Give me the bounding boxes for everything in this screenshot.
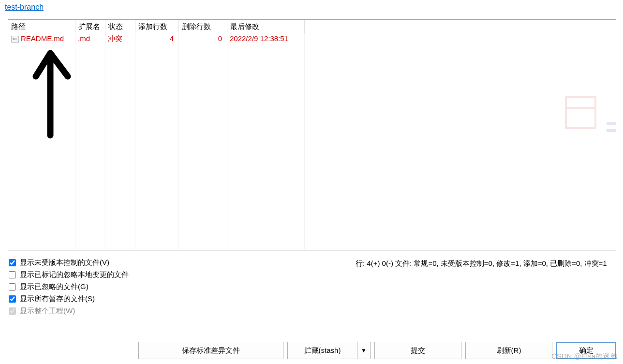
checkbox-input[interactable] (9, 295, 16, 303)
stash-dropdown-button[interactable]: ▼ (357, 342, 371, 359)
checkbox-input[interactable] (9, 259, 16, 266)
refresh-button[interactable]: 刷新(R) (465, 342, 552, 359)
cell-added: 4 (135, 33, 178, 44)
ok-button[interactable]: 确定 (556, 342, 616, 359)
branch-link[interactable]: test-branch (0, 0, 48, 14)
checkbox-show-whole-project: 显示整个工程(W) (9, 306, 202, 316)
checkbox-input[interactable] (9, 283, 16, 291)
markdown-file-icon: M↓ (11, 36, 19, 43)
checkbox-input (9, 307, 16, 315)
cell-status: 冲突 (105, 33, 135, 44)
save-diff-button[interactable]: 保存标准差异文件 (138, 342, 283, 359)
filename-text: README.md (21, 34, 64, 43)
options-panel: 显示未受版本控制的文件(V) 显示已标记的忽略本地变更的文件 显示已忽略的文件(… (9, 258, 202, 319)
button-bar: 保存标准差异文件 贮藏(stash) ▼ 提交 刷新(R) 确定 (0, 342, 616, 359)
col-header-deleted-lines[interactable]: 删除行数 (178, 20, 227, 33)
table-row[interactable]: M↓README.md .md 冲突 4 0 2022/2/9 12:38:51 (8, 33, 616, 44)
file-table: 路径 扩展名 状态 添加行数 删除行数 最后修改 M↓README.md .md… (8, 20, 616, 250)
checkbox-show-unversioned[interactable]: 显示未受版本控制的文件(V) (9, 258, 202, 267)
cell-path: M↓README.md (8, 33, 75, 44)
file-list[interactable]: 路径 扩展名 状态 添加行数 删除行数 最后修改 M↓README.md .md… (8, 19, 616, 250)
checkbox-show-marked-ignore[interactable]: 显示已标记的忽略本地变更的文件 (9, 270, 202, 279)
cell-rest (304, 33, 616, 44)
col-header-rest (304, 20, 616, 33)
stash-split-button[interactable]: 贮藏(stash) ▼ (287, 342, 371, 359)
table-header-row: 路径 扩展名 状态 添加行数 删除行数 最后修改 (8, 20, 616, 33)
col-header-added-lines[interactable]: 添加行数 (135, 20, 178, 33)
cell-ext: .md (75, 33, 105, 44)
chevron-down-icon: ▼ (361, 347, 367, 354)
checkbox-input[interactable] (9, 271, 16, 278)
checkbox-label: 显示已标记的忽略本地变更的文件 (20, 270, 129, 279)
checkbox-label: 显示未受版本控制的文件(V) (20, 258, 109, 267)
status-summary: 行: 4(+) 0(-) 文件: 常规=0, 未受版本控制=0, 修改=1, 添… (356, 258, 616, 269)
col-header-status[interactable]: 状态 (105, 20, 135, 33)
col-header-path[interactable]: 路径 (8, 20, 75, 33)
cell-deleted: 0 (178, 33, 227, 44)
checkbox-label: 显示整个工程(W) (20, 306, 75, 316)
checkbox-label: 显示已忽略的文件(G) (20, 282, 89, 291)
stash-button[interactable]: 贮藏(stash) (287, 342, 357, 359)
checkbox-show-ignored[interactable]: 显示已忽略的文件(G) (9, 282, 202, 291)
commit-button[interactable]: 提交 (374, 342, 461, 359)
col-header-last-modified[interactable]: 最后修改 (227, 20, 304, 33)
checkbox-show-stashed[interactable]: 显示所有暂存的文件(S) (9, 294, 202, 304)
col-header-extension[interactable]: 扩展名 (75, 20, 105, 33)
cell-modified: 2022/2/9 12:38:51 (227, 33, 304, 44)
checkbox-label: 显示所有暂存的文件(S) (20, 294, 95, 304)
